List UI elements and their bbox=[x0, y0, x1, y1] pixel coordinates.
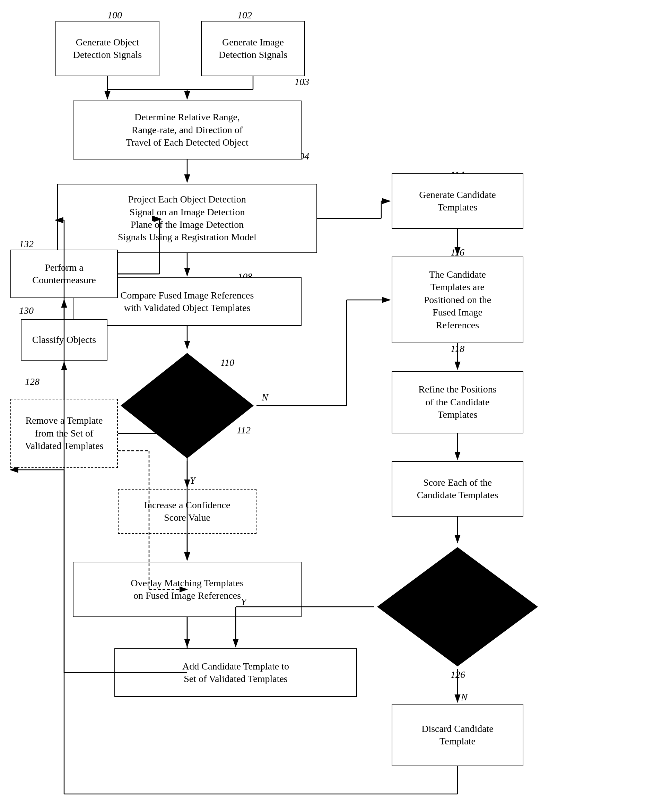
node-112: Overlay Matching Templateson Fused Image… bbox=[73, 562, 302, 617]
ref-126: 126 bbox=[451, 669, 465, 680]
node-104: Project Each Object DetectionSignal on a… bbox=[57, 184, 317, 253]
ref-103: 103 bbox=[295, 76, 309, 87]
ref-100: 100 bbox=[108, 10, 122, 21]
ref-132: 132 bbox=[19, 238, 34, 250]
node-108: Is/AreThere Any MatchingTemplate(s)? bbox=[118, 350, 257, 461]
node-103: Determine Relative Range,Range-rate, and… bbox=[73, 101, 302, 159]
node-130: Classify Objects bbox=[21, 319, 108, 360]
svg-text:N: N bbox=[461, 692, 468, 703]
flowchart-diagram: 100 102 103 104 106 108 110 112 114 116 … bbox=[0, 0, 662, 812]
node-110: Increase a ConfidenceScore Value bbox=[118, 489, 257, 534]
ref-128: 128 bbox=[25, 376, 40, 387]
node-122: Do theScores ExceedThresholdValues? bbox=[374, 544, 541, 669]
node-100: Generate ObjectDetection Signals bbox=[55, 21, 159, 76]
node-102: Generate ImageDetection Signals bbox=[201, 21, 305, 76]
node-124: Add Candidate Template toSet of Validate… bbox=[114, 648, 357, 697]
node-118: Refine the Positionsof the CandidateTemp… bbox=[392, 371, 523, 433]
ref-130: 130 bbox=[19, 305, 34, 316]
ref-118: 118 bbox=[451, 343, 464, 354]
node-128: Remove a Templatefrom the Set ofValidate… bbox=[10, 399, 118, 468]
node-116: The CandidateTemplates arePositioned on … bbox=[392, 257, 523, 343]
node-114: Generate CandidateTemplates bbox=[392, 174, 523, 229]
node-120: Score Each of theCandidate Templates bbox=[392, 461, 523, 516]
node-132: Perform aCountermeasure bbox=[10, 250, 118, 298]
svg-text:Y: Y bbox=[190, 475, 196, 486]
node-126: Discard CandidateTemplate bbox=[392, 704, 523, 766]
svg-text:N: N bbox=[261, 392, 268, 402]
ref-102: 102 bbox=[238, 10, 252, 21]
